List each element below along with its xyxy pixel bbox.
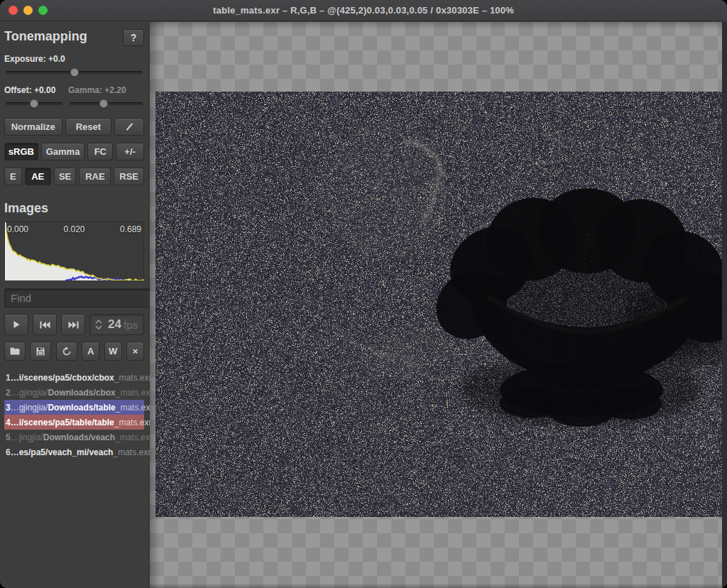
fps-unit-label: fps (124, 319, 138, 331)
sidebar: Tonemapping ? Exposure: +0.0 Offset: +0.… (0, 22, 149, 588)
spinner-down-icon[interactable] (95, 325, 102, 330)
metric-ae-button[interactable]: AE (25, 168, 51, 185)
bowl-shape (422, 187, 723, 427)
help-button[interactable]: ? (123, 29, 144, 46)
previous-image-button[interactable] (33, 314, 57, 335)
close-window-button[interactable] (9, 6, 18, 15)
metric-rae-button[interactable]: RAE (79, 168, 111, 185)
image-index: 6 (6, 447, 11, 457)
gamma-slider[interactable] (68, 99, 144, 109)
folder-icon (10, 347, 20, 355)
viewport-top-shadow (150, 22, 727, 29)
image-viewport[interactable] (150, 22, 727, 588)
image-path: …i/scenes/pa5/cbox/cbox_mats.exr (11, 373, 152, 383)
fps-spinner[interactable]: 24 fps (89, 314, 144, 335)
spinner-up-icon[interactable] (95, 320, 102, 324)
zoom-window-button[interactable] (38, 6, 48, 15)
tonemap-fc-button[interactable]: FC (87, 143, 113, 160)
reload-image-button[interactable] (56, 342, 77, 361)
skip-forward-icon (68, 321, 79, 329)
render-overlay (155, 92, 723, 517)
image-path: …gjingjia/Downloads/cbox_mats.exr (11, 388, 153, 398)
window-right-border (722, 22, 727, 588)
traffic-lights (9, 6, 48, 15)
close-image-button[interactable]: × (126, 342, 144, 361)
image-index: 2 (6, 388, 11, 398)
histogram: 0.000 0.020 0.689 (4, 222, 144, 281)
image-index: 4 (6, 418, 11, 428)
fps-value[interactable]: 24 (105, 317, 121, 332)
play-button[interactable] (4, 314, 28, 335)
reset-button[interactable]: Reset (65, 118, 112, 136)
exposure-slider[interactable] (4, 67, 144, 77)
image-path: …i/scenes/pa5/table/table_mats.exr (11, 418, 152, 428)
image-list-item[interactable]: 5 …jingjia/Downloads/veach_mats.exr (4, 430, 144, 445)
viewport-bottom-shadow (150, 583, 727, 588)
normalize-button[interactable]: Normalize (4, 118, 62, 136)
exposure-slider-handle[interactable] (70, 68, 79, 77)
metric-e-button[interactable]: E (4, 168, 22, 185)
title-bar[interactable]: table_mats.exr – R,G,B – @(425,2)0.03,0.… (0, 0, 727, 21)
tonemap-srgb-button[interactable]: sRGB (4, 143, 38, 160)
images-title: Images (4, 201, 144, 216)
image-list-item[interactable]: 6 …es/pa5/veach_mi/veach_mats.exr (4, 445, 144, 459)
offset-slider-handle[interactable] (30, 99, 38, 108)
image-index: 1 (6, 373, 11, 383)
metric-se-button[interactable]: SE (54, 168, 77, 185)
image-path: …gjingjia/Downloads/table_mats.exr (11, 403, 153, 413)
offset-slider[interactable] (4, 99, 64, 109)
histogram-min-label: 0.000 (7, 224, 28, 234)
glass-shape (322, 123, 461, 376)
gamma-label: Gamma: +2.20 (68, 85, 144, 95)
window-title: table_mats.exr – R,G,B – @(425,2)0.03,0.… (213, 5, 514, 16)
next-image-button[interactable] (61, 314, 85, 335)
minimize-window-button[interactable] (23, 6, 33, 15)
tonemap-pm-button[interactable]: +/- (116, 143, 144, 160)
open-image-button[interactable] (4, 342, 26, 361)
save-icon (36, 347, 45, 356)
close-all-a-button[interactable]: A (82, 342, 99, 361)
tonemap-gamma-button[interactable]: Gamma (41, 143, 85, 160)
image-list-item[interactable]: 1 …i/scenes/pa5/cbox/cbox_mats.exr (4, 370, 144, 385)
histogram-max-label: 0.689 (120, 224, 141, 234)
save-image-button[interactable] (30, 342, 51, 361)
exposure-label: Exposure: +0.0 (4, 54, 144, 64)
rendered-image[interactable] (155, 92, 723, 517)
pick-button[interactable] (114, 118, 144, 136)
metric-rse-button[interactable]: RSE (114, 168, 144, 185)
histogram-mid-label: 0.020 (63, 224, 84, 234)
watch-w-button[interactable]: W (104, 342, 122, 361)
play-icon (12, 320, 21, 329)
image-list-item-reference[interactable]: 4 …i/scenes/pa5/table/table_mats.exr (4, 415, 144, 430)
app-window: table_mats.exr – R,G,B – @(425,2)0.03,0.… (0, 0, 727, 588)
image-path: …es/pa5/veach_mi/veach_mats.exr (11, 447, 151, 457)
image-index: 5 (6, 432, 11, 442)
image-list-item[interactable]: 2 …gjingjia/Downloads/cbox_mats.exr (4, 385, 144, 400)
image-list: 1 …i/scenes/pa5/cbox/cbox_mats.exr 2 …gj… (4, 370, 144, 459)
image-index: 3 (6, 403, 11, 413)
pencil-icon (125, 122, 134, 131)
offset-label: Offset: +0.00 (4, 85, 68, 95)
gamma-slider-handle[interactable] (99, 99, 108, 108)
image-list-item-selected[interactable]: 3 …gjingjia/Downloads/table_mats.exr (4, 400, 144, 415)
tonemapping-title: Tonemapping (4, 29, 87, 44)
skip-back-icon (40, 321, 50, 329)
reload-icon (62, 347, 72, 356)
image-path: …jingjia/Downloads/veach_mats.exr (11, 432, 153, 442)
find-input[interactable] (4, 288, 158, 307)
